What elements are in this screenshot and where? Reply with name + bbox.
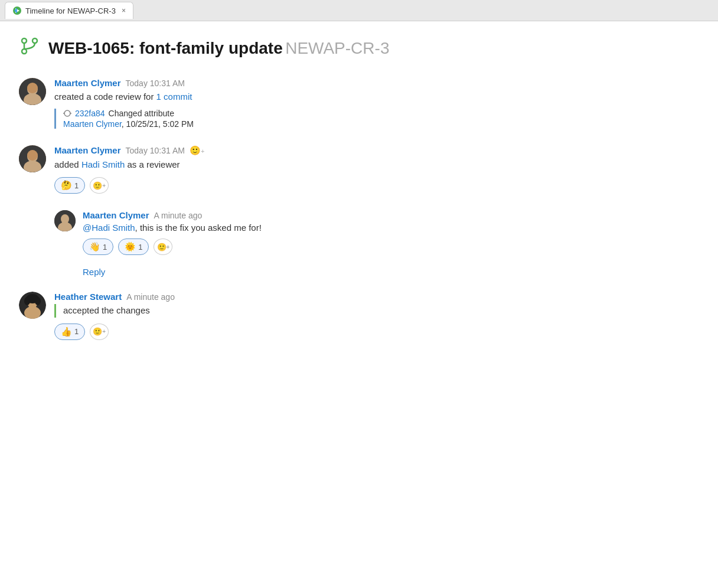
entry-create-review: Maarten Clymer Today 10:31 AM created a … <box>19 78 699 129</box>
commit-hash[interactable]: 232fa84 <box>75 109 105 118</box>
reaction-wave-emoji: 👋 <box>89 241 100 252</box>
entry-heather: Heather Stewart A minute ago accepted th… <box>19 292 699 340</box>
tab-label: Timeline for NEWAP-CR-3 <box>25 6 116 15</box>
smiley-add-icon-2: 🙂 <box>93 181 102 190</box>
reaction-thinking-count: 1 <box>74 181 79 190</box>
text-prefix-1: created a code review for <box>54 92 156 102</box>
svg-point-25 <box>24 297 30 305</box>
emoji-add-header-icon[interactable]: 🙂+ <box>190 145 204 156</box>
entry-body-2: Maarten Clymer Today 10:31 AM 🙂+ added H… <box>54 145 699 194</box>
commit-block: 232fa84 Changed attribute Maarten Clymer… <box>54 109 699 129</box>
text-suffix-2: as a reviewer <box>125 159 180 169</box>
reaction-wave-count: 1 <box>103 243 107 251</box>
reply-header-maarten: Maarten Clymer A minute ago <box>83 210 699 220</box>
entry-text-1: created a code review for 1 commit <box>54 90 699 104</box>
page-content: WEB-1065: font-family update NEWAP-CR-3 … <box>0 21 718 371</box>
author-maarten-1[interactable]: Maarten Clymer <box>54 78 121 88</box>
reaction-thumbsup-button[interactable]: 👍 1 <box>54 324 85 340</box>
reply-thread: Maarten Clymer A minute ago @Hadi Smith,… <box>54 210 699 277</box>
reply-message: , this is the fix you asked me for! <box>135 223 262 233</box>
svg-point-3 <box>22 38 27 43</box>
reaction-wave-button[interactable]: 👋 1 <box>83 239 113 255</box>
svg-point-23 <box>24 306 41 319</box>
reply-text-maarten: @Hadi Smith, this is the fix you asked m… <box>83 223 699 233</box>
reply-entry-maarten: Maarten Clymer A minute ago @Hadi Smith,… <box>54 210 699 255</box>
reaction-sun-emoji: 🌞 <box>125 241 136 252</box>
reply-button[interactable]: Reply <box>83 267 105 277</box>
author-maarten-2[interactable]: Maarten Clymer <box>54 145 121 155</box>
add-reaction-button-2[interactable]: 🙂+ <box>90 177 109 194</box>
timestamp-2: Today 10:31 AM <box>126 146 185 155</box>
heather-text: accepted the changes <box>63 305 150 315</box>
commit-link[interactable]: 1 commit <box>156 92 192 102</box>
entry-body-1: Maarten Clymer Today 10:31 AM created a … <box>54 78 699 129</box>
svg-point-4 <box>32 38 37 43</box>
smiley-add-icon-thread: 🙂 <box>157 243 167 251</box>
entry-add-reviewer: Maarten Clymer Today 10:31 AM 🙂+ added H… <box>19 145 699 194</box>
page-title: WEB-1065: font-family update <box>48 39 283 57</box>
timestamp-heather: A minute ago <box>126 292 175 302</box>
page-title-row: WEB-1065: font-family update NEWAP-CR-3 … <box>19 35 699 61</box>
reaction-thinking-button[interactable]: 🤔 1 <box>54 177 85 194</box>
svg-point-26 <box>35 297 41 305</box>
svg-point-17 <box>27 150 38 161</box>
app-icon <box>12 6 22 15</box>
tab-close-button[interactable]: × <box>122 6 126 15</box>
commit-date-val: 10/25/21, 5:02 PM <box>126 119 194 129</box>
svg-point-5 <box>22 49 27 54</box>
reply-body-maarten: Maarten Clymer A minute ago @Hadi Smith,… <box>83 210 699 255</box>
entry-text-heather: accepted the changes <box>54 304 699 318</box>
commit-author-line: Maarten Clymer, 10/25/21, 5:02 PM <box>63 119 699 129</box>
timestamp-thread: A minute ago <box>154 211 203 220</box>
reaction-thinking-emoji: 🤔 <box>61 180 72 191</box>
avatar-maarten-1 <box>19 78 46 105</box>
reaction-thumbsup-count: 1 <box>74 327 79 336</box>
avatar-heather <box>19 292 46 319</box>
reviewer-link[interactable]: Hadi Smith <box>81 159 125 169</box>
merge-icon <box>19 35 40 61</box>
text-added: added <box>54 159 81 169</box>
add-reaction-button-thread[interactable]: 🙂+ <box>154 239 172 255</box>
svg-point-10 <box>27 83 38 93</box>
author-maarten-thread[interactable]: Maarten Clymer <box>83 210 149 220</box>
page-title-container: WEB-1065: font-family update NEWAP-CR-3 … <box>48 39 389 58</box>
entry-header-1: Maarten Clymer Today 10:31 AM <box>54 78 699 88</box>
commit-line: 232fa84 Changed attribute <box>63 109 699 118</box>
reaction-sun-count: 1 <box>138 243 142 251</box>
entry-header-2: Maarten Clymer Today 10:31 AM 🙂+ <box>54 145 699 156</box>
tab-bar: Timeline for NEWAP-CR-3 × <box>0 0 718 21</box>
mention-hadi[interactable]: @Hadi Smith <box>83 223 135 233</box>
page-title-id: NEWAP-CR-3 <box>285 39 389 57</box>
commit-circle-icon <box>63 109 71 117</box>
svg-point-11 <box>64 110 70 116</box>
timestamp-1: Today 10:31 AM <box>126 79 185 88</box>
avatar-maarten-small <box>54 210 76 231</box>
commit-desc: Changed attribute <box>109 109 174 118</box>
entry-text-2: added Hadi Smith as a reviewer <box>54 158 699 172</box>
avatar-maarten-2 <box>19 145 46 172</box>
reactions-entry-2: 🤔 1 🙂+ <box>54 177 699 194</box>
commit-author[interactable]: Maarten Clymer <box>63 119 122 129</box>
author-heather[interactable]: Heather Stewart <box>54 292 122 302</box>
entry-body-heather: Heather Stewart A minute ago accepted th… <box>54 292 699 340</box>
reaction-sun-button[interactable]: 🌞 1 <box>118 239 149 255</box>
reactions-thread: 👋 1 🌞 1 🙂+ <box>83 239 699 255</box>
commit-date: , <box>122 119 126 129</box>
entry-header-heather: Heather Stewart A minute ago <box>54 292 699 302</box>
active-tab[interactable]: Timeline for NEWAP-CR-3 × <box>5 2 133 19</box>
timeline: Maarten Clymer Today 10:31 AM created a … <box>19 78 699 357</box>
add-reaction-button-heather[interactable]: 🙂+ <box>90 324 109 340</box>
smiley-add-icon-heather: 🙂 <box>93 327 102 336</box>
reactions-heather: 👍 1 🙂+ <box>54 324 699 340</box>
reaction-thumbsup-emoji: 👍 <box>61 326 72 337</box>
